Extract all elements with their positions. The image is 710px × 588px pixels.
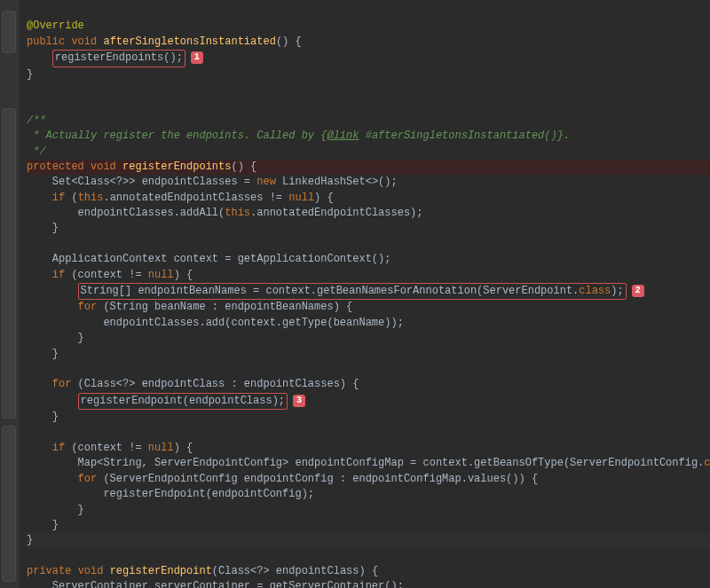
highlight-box-2: String[] endpointBeanNames = context.get…: [78, 283, 627, 300]
code-line: Map<String, ServerEndpointConfig> endpoi…: [78, 457, 710, 469]
code-line: for (ServerEndpointConfig endpointConfig…: [78, 473, 539, 485]
code-line: endpointClasses.add(context.getType(bean…: [103, 317, 403, 329]
code-editor[interactable]: @Override public void afterSingletonsIns…: [0, 0, 710, 588]
keyword-void: void: [71, 35, 97, 48]
code-line: for (Class<?> endpointClass : endpointCl…: [52, 378, 359, 390]
callout-3: 3: [293, 395, 305, 407]
editor-gutter: [0, 0, 19, 588]
code-line: endpointClasses.addAll(this.annotatedEnd…: [78, 207, 423, 219]
code-line: ServerContainer serverContainer = getSer…: [52, 580, 404, 588]
javadoc-end: */: [27, 145, 46, 158]
code-line: Set<Class<?>> endpointClasses = new Link…: [52, 176, 398, 188]
code-line: if (context != null) {: [52, 442, 193, 454]
code-line: for (String beanName : endpointBeanNames…: [78, 301, 353, 313]
code-line: if (this.annotatedEndpointClasses != nul…: [52, 192, 334, 204]
keyword-public: public: [27, 35, 65, 48]
callout-2: 2: [632, 285, 644, 297]
code-line: if (context != null) {: [52, 269, 193, 281]
code-line: ApplicationContext context = getApplicat…: [52, 253, 391, 265]
annotation: @Override: [27, 20, 84, 32]
highlight-box-3: registerEndpoint(endpointClass);: [78, 393, 288, 410]
highlight-box-1: registerEndpoints();: [52, 50, 185, 67]
highlighted-line-brace: }: [27, 533, 710, 548]
method-afterSingletonsInstantiated: afterSingletonsInstantiated: [103, 35, 275, 48]
code-line: registerEndpoint(endpointConfig);: [103, 488, 314, 500]
javadoc-line: * Actually register the endpoints. Calle…: [27, 129, 570, 142]
javadoc-start: /**: [27, 114, 46, 127]
callout-1: 1: [191, 51, 203, 64]
code-line: private void registerEndpoint(Class<?> e…: [27, 565, 378, 577]
highlighted-line-method-sig: protected void registerEndpoints() {: [27, 160, 710, 175]
